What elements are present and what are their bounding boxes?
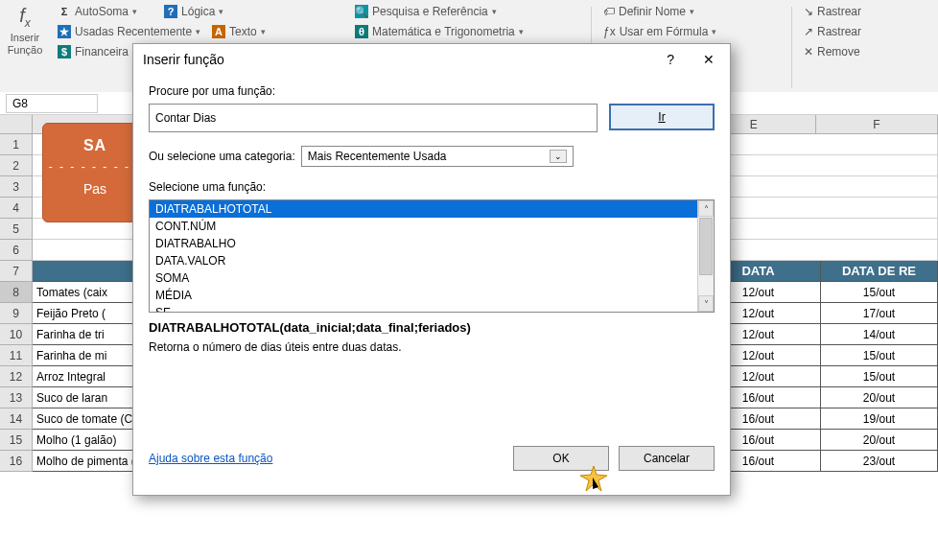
star-icon: ★ bbox=[58, 25, 71, 38]
trace-dependents-button[interactable]: ↗Rastrear bbox=[802, 23, 863, 40]
chevron-down-icon: ▾ bbox=[712, 27, 716, 36]
row-header[interactable]: 6 bbox=[0, 240, 33, 261]
trace-precedents-button[interactable]: ↘Rastrear bbox=[802, 3, 863, 20]
logic-icon: ? bbox=[164, 5, 177, 18]
ok-button[interactable]: OK bbox=[513, 446, 609, 471]
chevron-down-icon: ▾ bbox=[196, 27, 200, 36]
name-box[interactable]: G8 bbox=[6, 94, 98, 113]
cell[interactable]: 20/out bbox=[821, 387, 938, 408]
scroll-down-icon[interactable]: ˅ bbox=[698, 295, 714, 312]
search-icon: 🔍 bbox=[355, 5, 368, 18]
row-header[interactable]: 1 bbox=[0, 134, 33, 155]
col-header-f[interactable]: F bbox=[816, 115, 938, 133]
chevron-down-icon: ▾ bbox=[492, 7, 497, 16]
insert-function-large[interactable]: fx Inserir Função bbox=[0, 3, 50, 92]
scroll-thumb[interactable] bbox=[699, 218, 713, 275]
lookup-label: Pesquisa e Referência bbox=[372, 5, 488, 18]
close-icon[interactable]: ✕ bbox=[697, 52, 720, 67]
function-description: Retorna o número de dias úteis entre dua… bbox=[149, 340, 715, 354]
function-item[interactable]: DATA.VALOR bbox=[150, 252, 697, 269]
cell[interactable]: 15/out bbox=[821, 366, 938, 387]
row-header[interactable]: 9 bbox=[0, 303, 33, 324]
trace-prec-label: Rastrear bbox=[817, 5, 861, 18]
scrollbar[interactable]: ˄ ˅ bbox=[697, 200, 714, 312]
cell[interactable]: 23/out bbox=[821, 451, 938, 472]
cell[interactable]: 17/out bbox=[821, 303, 938, 324]
text-button[interactable]: ATexto▾ bbox=[210, 23, 268, 40]
category-select[interactable]: Mais Recentemente Usada ⌄ bbox=[301, 146, 574, 167]
financial-label: Financeira bbox=[75, 45, 129, 58]
chevron-down-icon: ▾ bbox=[261, 27, 266, 36]
autosum-button[interactable]: ΣAutoSoma▾ bbox=[56, 3, 139, 20]
chevron-down-icon: ▾ bbox=[519, 27, 524, 36]
cell[interactable]: 19/out bbox=[821, 408, 938, 430]
dialog-titlebar: Inserir função ? ✕ bbox=[133, 44, 730, 75]
row-header[interactable]: 3 bbox=[0, 176, 33, 198]
go-label: Ir bbox=[658, 110, 665, 124]
row-header[interactable]: 15 bbox=[0, 430, 33, 451]
function-signature: DIATRABALHOTOTAL(data_inicial;data_final… bbox=[149, 320, 715, 335]
remove-arrows-button[interactable]: ✕Remove bbox=[802, 43, 862, 60]
row-header[interactable]: 13 bbox=[0, 387, 33, 408]
row-header[interactable]: 14 bbox=[0, 408, 33, 430]
recent-label: Usadas Recentemente bbox=[75, 25, 192, 38]
function-item[interactable]: SE bbox=[150, 304, 697, 312]
search-input[interactable] bbox=[149, 104, 598, 132]
row-header[interactable]: 10 bbox=[0, 324, 33, 345]
define-name-label: Definir Nome bbox=[619, 5, 686, 18]
define-name-button[interactable]: 🏷Definir Nome▾ bbox=[601, 3, 696, 20]
row-header[interactable]: 8 bbox=[0, 282, 33, 303]
math-label: Matemática e Trigonometria bbox=[372, 25, 515, 38]
callout-title: SA bbox=[43, 137, 147, 154]
chevron-down-icon: ⌄ bbox=[550, 150, 567, 163]
col-title-recv: DATA DE RE bbox=[821, 261, 938, 282]
remove-arrows-label: Remove bbox=[817, 45, 860, 58]
function-item[interactable]: CONT.NÚM bbox=[150, 218, 697, 235]
search-label: Procure por uma função: bbox=[149, 84, 715, 98]
row-header[interactable]: 4 bbox=[0, 198, 33, 219]
logic-label: Lógica bbox=[181, 5, 215, 18]
callout-dots: - - - - - - - - - bbox=[43, 160, 147, 174]
dialog-title: Inserir função bbox=[143, 52, 224, 67]
callout-sub: Pas bbox=[43, 181, 147, 197]
use-formula-button[interactable]: ƒxUsar em Fórmula▾ bbox=[601, 23, 718, 40]
trace-dep-label: Rastrear bbox=[817, 25, 861, 38]
function-listbox[interactable]: DIATRABALHOTOTALCONT.NÚMDIATRABALHODATA.… bbox=[149, 199, 715, 313]
cell[interactable]: 15/out bbox=[821, 345, 938, 366]
financial-button[interactable]: $Financeira▾ bbox=[56, 43, 139, 60]
row-header[interactable]: 7 bbox=[0, 261, 33, 282]
function-item[interactable]: MÉDIA bbox=[150, 287, 697, 304]
chevron-down-icon: ▾ bbox=[690, 7, 694, 16]
row-header[interactable]: 11 bbox=[0, 345, 33, 366]
insert-function-dialog: Inserir função ? ✕ Procure por uma funçã… bbox=[132, 43, 731, 496]
lookup-button[interactable]: 🔍Pesquisa e Referência▾ bbox=[353, 3, 499, 20]
theta-icon: θ bbox=[355, 25, 368, 38]
function-item[interactable]: SOMA bbox=[150, 269, 697, 287]
use-formula-label: Usar em Fórmula bbox=[620, 25, 709, 38]
select-all-corner[interactable] bbox=[0, 115, 33, 133]
row-header[interactable]: 16 bbox=[0, 451, 33, 472]
cell[interactable]: 15/out bbox=[821, 282, 938, 303]
autosum-label: AutoSoma bbox=[75, 5, 129, 18]
cell[interactable]: 14/out bbox=[821, 324, 938, 345]
sigma-icon: Σ bbox=[58, 5, 71, 18]
logic-button[interactable]: ?Lógica▾ bbox=[162, 3, 225, 20]
fx-small-icon: ƒx bbox=[603, 25, 616, 38]
math-button[interactable]: θMatemática e Trigonometria▾ bbox=[353, 23, 526, 40]
row-header[interactable]: 12 bbox=[0, 366, 33, 387]
function-item[interactable]: DIATRABALHOTOTAL bbox=[150, 200, 697, 218]
recent-button[interactable]: ★Usadas Recentemente▾ bbox=[56, 23, 202, 40]
go-button[interactable]: Ir bbox=[609, 104, 715, 130]
chevron-down-icon: ▾ bbox=[219, 7, 223, 16]
scroll-up-icon[interactable]: ˄ bbox=[698, 200, 714, 217]
fx-icon: fx bbox=[4, 5, 46, 30]
row-header[interactable]: 2 bbox=[0, 155, 33, 176]
chevron-down-icon: ▾ bbox=[132, 7, 137, 16]
help-icon[interactable]: ? bbox=[661, 52, 680, 67]
cell[interactable]: 20/out bbox=[821, 430, 938, 451]
help-link[interactable]: Ajuda sobre esta função bbox=[149, 452, 272, 465]
cancel-button[interactable]: Cancelar bbox=[619, 446, 715, 471]
function-item[interactable]: DIATRABALHO bbox=[150, 235, 697, 252]
row-header[interactable]: 5 bbox=[0, 219, 33, 240]
category-value: Mais Recentemente Usada bbox=[308, 150, 447, 163]
